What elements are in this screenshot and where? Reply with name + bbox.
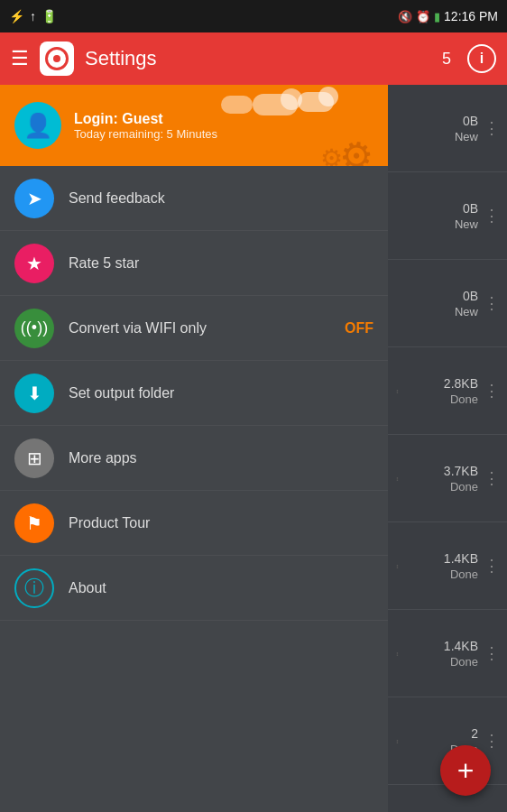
file-menu-icon-2[interactable]: ⋮ <box>484 293 500 313</box>
file-size-2: 0B <box>463 289 478 303</box>
file-item-4[interactable]: ··· 3.7KB Done ⋮ <box>388 435 507 522</box>
menu-item-about[interactable]: ⓘ About <box>0 556 388 621</box>
menu-item-send-feedback[interactable]: ➤ Send feedback <box>0 166 388 231</box>
file-status-6: Done <box>450 655 478 669</box>
wifi-icon-wrap: ((•)) <box>14 309 54 348</box>
file-item-0[interactable]: 0B New ⋮ <box>388 85 507 172</box>
alarm-icon: ⏰ <box>416 10 430 23</box>
fab-add-button[interactable]: + <box>440 745 491 796</box>
product-tour-label: Product Tour <box>69 515 373 531</box>
file-item-2[interactable]: 0B New ⋮ <box>388 260 507 347</box>
download-icon: ⬇ <box>27 383 42 404</box>
login-info: Login: Guest Today remaining: 5 Minutes <box>74 111 373 141</box>
login-name: Login: Guest <box>74 111 373 127</box>
cloud-decoration <box>221 96 253 114</box>
person-icon: ⚑ <box>26 512 42 534</box>
file-status-1: New <box>455 217 478 231</box>
file-dots-3: ··· <box>388 389 404 392</box>
more-apps-label: More apps <box>69 450 373 466</box>
avatar: 👤 <box>14 102 61 149</box>
status-time: 12:16 PM <box>444 9 498 23</box>
info-icon: i <box>480 51 484 67</box>
file-item-3[interactable]: ··· 2.8KB Done ⋮ <box>388 347 507 435</box>
file-status-2: New <box>455 305 478 318</box>
send-icon: ➤ <box>27 188 42 209</box>
file-item-6[interactable]: ··· 1.4KB Done ⋮ <box>388 610 507 697</box>
app-title: Settings <box>85 47 442 70</box>
wifi-icon: ((•)) <box>21 318 48 337</box>
user-icon: 👤 <box>23 112 52 140</box>
info-circle-icon: ⓘ <box>24 575 44 602</box>
wifi-toggle-value[interactable]: OFF <box>345 320 373 337</box>
star-icon: ★ <box>26 253 42 274</box>
file-list-panel: 0B New ⋮ 0B New ⋮ 0B New ⋮ ··· 2.8KB Don… <box>388 85 507 812</box>
convert-wifi-label: Convert via WIFI only <box>69 320 345 337</box>
file-menu-icon-6[interactable]: ⋮ <box>484 643 500 663</box>
app-logo <box>40 42 74 76</box>
file-menu-icon-1[interactable]: ⋮ <box>484 206 500 226</box>
cloud-decoration <box>281 88 302 110</box>
menu-item-rate-5-star[interactable]: ★ Rate 5 star <box>0 231 388 296</box>
file-menu-icon-5[interactable]: ⋮ <box>484 556 500 576</box>
file-menu-icon-0[interactable]: ⋮ <box>484 118 500 138</box>
file-status-5: Done <box>450 567 478 581</box>
rate-5-star-label: Rate 5 star <box>69 255 373 272</box>
app-bar: ☰ Settings 5 i <box>0 32 507 85</box>
battery-full-icon: ▮ <box>434 10 440 23</box>
mute-icon: 🔇 <box>398 10 412 23</box>
file-size-1: 0B <box>463 201 478 216</box>
login-subtext: Today remaining: 5 Minutes <box>74 127 373 141</box>
file-menu-icon-4[interactable]: ⋮ <box>484 468 500 488</box>
usb-icon: ⚡ <box>9 9 24 23</box>
info-button[interactable]: i <box>467 44 496 73</box>
grid-icon: ⊞ <box>27 448 42 469</box>
rate-icon-wrap: ★ <box>14 244 54 283</box>
set-output-folder-label: Set output folder <box>69 385 373 401</box>
sync-icon: ↑ <box>30 9 36 23</box>
main-layout: ⚙ ⚙ 👤 Login: Guest Today remaining: 5 Mi… <box>0 85 507 812</box>
file-size-0: 0B <box>463 114 478 128</box>
gear-decoration: ⚙ <box>320 143 343 166</box>
hamburger-menu[interactable]: ☰ <box>11 47 29 70</box>
status-bar: ⚡ ↑ 🔋 🔇 ⏰ ▮ 12:16 PM <box>0 0 507 32</box>
file-size-3: 2.8KB <box>444 376 478 391</box>
menu-item-set-output-folder[interactable]: ⬇ Set output folder <box>0 361 388 426</box>
file-dots-5: ··· <box>388 564 404 567</box>
fab-plus-icon: + <box>457 756 475 785</box>
login-banner[interactable]: ⚙ ⚙ 👤 Login: Guest Today remaining: 5 Mi… <box>0 85 388 166</box>
file-menu-icon-7[interactable]: ⋮ <box>484 731 500 751</box>
badge-count: 5 <box>442 50 451 69</box>
about-label: About <box>69 580 373 596</box>
menu-item-convert-wifi[interactable]: ((•)) Convert via WIFI only OFF <box>0 296 388 361</box>
file-menu-icon-3[interactable]: ⋮ <box>484 381 500 401</box>
file-size-6: 1.4KB <box>444 639 478 653</box>
file-dots-6: ··· <box>388 651 404 655</box>
send-feedback-icon-wrap: ➤ <box>14 179 54 218</box>
menu-item-more-apps[interactable]: ⊞ More apps <box>0 426 388 491</box>
file-dots-4: ··· <box>388 476 404 480</box>
cloud-decoration <box>318 87 338 106</box>
menu-item-product-tour[interactable]: ⚑ Product Tour <box>0 491 388 556</box>
file-size-4: 3.7KB <box>444 464 478 478</box>
file-status-4: Done <box>450 480 478 494</box>
navigation-drawer: ⚙ ⚙ 👤 Login: Guest Today remaining: 5 Mi… <box>0 85 388 812</box>
more-apps-icon-wrap: ⊞ <box>14 438 54 478</box>
file-status-3: Done <box>450 392 478 406</box>
file-status-0: New <box>455 130 478 143</box>
about-icon-wrap: ⓘ <box>14 568 54 608</box>
battery-icon: 🔋 <box>41 9 57 23</box>
file-size-5: 1.4KB <box>444 551 478 566</box>
output-folder-icon-wrap: ⬇ <box>14 374 54 413</box>
file-size-7: 2 <box>471 726 478 741</box>
file-dots-7: ··· <box>388 739 404 743</box>
file-item-5[interactable]: ··· 1.4KB Done ⋮ <box>388 522 507 610</box>
file-item-1[interactable]: 0B New ⋮ <box>388 172 507 260</box>
send-feedback-label: Send feedback <box>69 190 373 207</box>
product-tour-icon-wrap: ⚑ <box>14 503 54 543</box>
